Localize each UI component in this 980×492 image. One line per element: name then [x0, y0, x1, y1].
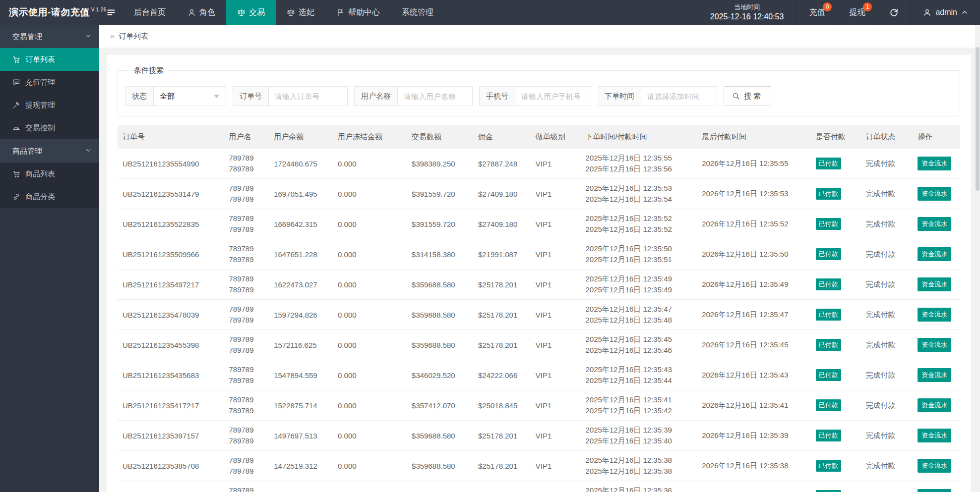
- cell-amount: $391559.720: [407, 209, 473, 239]
- filter-phone-label: 手机号: [480, 87, 515, 106]
- funds-flow-button[interactable]: 资金流水: [918, 247, 951, 261]
- refresh-button[interactable]: [877, 0, 911, 25]
- cell-order-times: 2025年12月16日 12:35:392025年12月16日 12:35:40: [581, 421, 697, 451]
- sidebar-group-header[interactable]: 商品管理: [0, 139, 99, 163]
- column-header: 订单状态: [861, 125, 913, 149]
- column-header: 最后付款时间: [697, 125, 811, 149]
- link-icon: [12, 193, 20, 201]
- cell-frozen: 0.000: [333, 179, 407, 209]
- username-input[interactable]: [398, 87, 472, 106]
- cell-action: 资金流水: [913, 149, 960, 179]
- column-header: 交易数额: [407, 125, 473, 149]
- cell-order-times: 2025年12月16日 12:35:452025年12月16日 12:35:46: [581, 330, 697, 360]
- funds-flow-button[interactable]: 资金流水: [918, 429, 951, 442]
- sidebar-item[interactable]: 订单列表: [0, 48, 99, 71]
- scrollbar-thumb[interactable]: [976, 47, 980, 191]
- cell-commission: $24222.066: [473, 360, 531, 390]
- column-header: 用户冻结金额: [333, 125, 407, 149]
- sidebar-item[interactable]: 提现管理: [0, 94, 99, 116]
- scales-icon: [237, 8, 245, 17]
- person-icon: [187, 8, 196, 17]
- cell-balance: 1724460.675: [269, 149, 333, 179]
- filter-phone: 手机号: [479, 86, 591, 106]
- top-nav: 后台首页角色交易选妃帮助中心系统管理: [123, 0, 444, 25]
- paid-badge: 已付款: [816, 399, 841, 411]
- recharge-button[interactable]: 充值 0: [796, 0, 837, 25]
- nav-tab[interactable]: 角色: [177, 0, 226, 25]
- nav-tab[interactable]: 交易: [226, 0, 276, 25]
- cell-order-times: 2025年12月16日 12:35:522025年12月16日 12:35:52: [581, 209, 697, 239]
- funds-flow-button[interactable]: 资金流水: [918, 277, 951, 291]
- filter-status-label: 状态: [125, 87, 154, 106]
- order-no-input[interactable]: [269, 87, 347, 106]
- cell-level: VIP1: [531, 300, 581, 330]
- filter-order-no: 订单号: [233, 86, 348, 106]
- sidebar-item[interactable]: 交易控制: [0, 116, 99, 139]
- chevron-down-icon: [85, 147, 92, 154]
- sidebar-item[interactable]: 商品分类: [0, 185, 99, 208]
- cell-amount: $391559.720: [407, 179, 473, 209]
- cell-user: 789789789789: [224, 390, 269, 421]
- funds-flow-button[interactable]: 资金流水: [918, 157, 951, 170]
- sidebar-group-header[interactable]: 交易管理: [0, 25, 99, 48]
- cell-commission: $25178.201: [473, 270, 531, 300]
- cell-order-times: 2025年12月16日 12:35:552025年12月16日 12:35:56: [581, 149, 697, 179]
- paid-badge: 已付款: [816, 339, 841, 351]
- scales-icon: [287, 8, 295, 17]
- page-scrollbar[interactable]: [975, 25, 980, 492]
- table-row: UB25121612354356837897897897891547894.55…: [118, 360, 960, 390]
- cell-last-pay-time: 2026年12月16日 12:35:43: [697, 360, 811, 390]
- cell-order-no: UB2512161235435683: [118, 360, 224, 390]
- cell-last-pay-time: 2026年12月16日 12:35:53: [697, 179, 811, 209]
- cell-action: 资金流水: [913, 481, 960, 492]
- search-button[interactable]: 搜索: [724, 86, 771, 106]
- refresh-icon: [889, 8, 899, 17]
- funds-flow-button[interactable]: 资金流水: [918, 187, 951, 201]
- column-header: 做单级别: [531, 125, 581, 149]
- funds-flow-button[interactable]: 资金流水: [918, 338, 951, 352]
- nav-tab[interactable]: 帮助中心: [325, 0, 391, 25]
- cell-balance: 1622473.027: [269, 270, 333, 300]
- nav-tab[interactable]: 选妃: [276, 0, 325, 25]
- cell-status: 完成付款: [861, 239, 913, 270]
- search-button-label: 搜索: [744, 92, 763, 101]
- cell-frozen: 0.000: [333, 390, 407, 421]
- phone-input[interactable]: [515, 87, 591, 106]
- cell-user: 789789789789: [224, 209, 269, 239]
- funds-flow-button[interactable]: 资金流水: [918, 459, 951, 473]
- cell-order-times: 2025年12月16日 12:35:382025年12月16日 12:35:38: [581, 451, 697, 481]
- funds-flow-button[interactable]: 资金流水: [918, 398, 951, 412]
- search-icon: [732, 92, 740, 100]
- chevron-up-icon: [961, 9, 968, 16]
- cell-order-times: 2025年12月16日 12:35:492025年12月16日 12:35:49: [581, 270, 697, 300]
- paid-badge: 已付款: [816, 278, 841, 290]
- sidebar-item[interactable]: 商品列表: [0, 163, 99, 185]
- status-select[interactable]: 全部: [154, 87, 226, 106]
- funds-flow-button[interactable]: 资金流水: [918, 217, 951, 231]
- nav-tab[interactable]: 系统管理: [391, 0, 444, 25]
- search-legend: 条件搜索: [129, 66, 169, 75]
- funds-flow-button[interactable]: 资金流水: [918, 308, 951, 322]
- cell-order-no: UB2512161235522835: [118, 209, 224, 239]
- user-menu[interactable]: admin: [911, 0, 980, 25]
- table-row: UB25121612353659487897897897891447341.11…: [118, 481, 960, 492]
- cell-user: 789789789789: [224, 451, 269, 481]
- table-row: UB25121612354553987897897897891572116.62…: [118, 330, 960, 360]
- paid-badge: 已付款: [816, 490, 841, 492]
- cell-last-pay-time: 2026年12月16日 12:35:52: [697, 209, 811, 239]
- withdraw-button[interactable]: 提现 1: [837, 0, 877, 25]
- cell-user: 789789789789: [224, 481, 269, 492]
- cell-status: 完成付款: [861, 300, 913, 330]
- sidebar: 交易管理订单列表充值管理提现管理交易控制商品管理商品列表商品分类: [0, 25, 99, 492]
- cell-frozen: 0.000: [333, 421, 407, 451]
- order-time-input[interactable]: [641, 87, 717, 106]
- cell-action: 资金流水: [913, 360, 960, 390]
- cell-paid: 已付款: [811, 209, 861, 239]
- cell-paid: 已付款: [811, 451, 861, 481]
- nav-tab[interactable]: 后台首页: [123, 0, 177, 25]
- sidebar-item[interactable]: 充值管理: [0, 71, 99, 94]
- funds-flow-button[interactable]: 资金流水: [918, 489, 951, 492]
- cell-level: VIP1: [531, 239, 581, 270]
- funds-flow-button[interactable]: 资金流水: [918, 368, 951, 382]
- menu-toggle-icon[interactable]: [99, 0, 123, 25]
